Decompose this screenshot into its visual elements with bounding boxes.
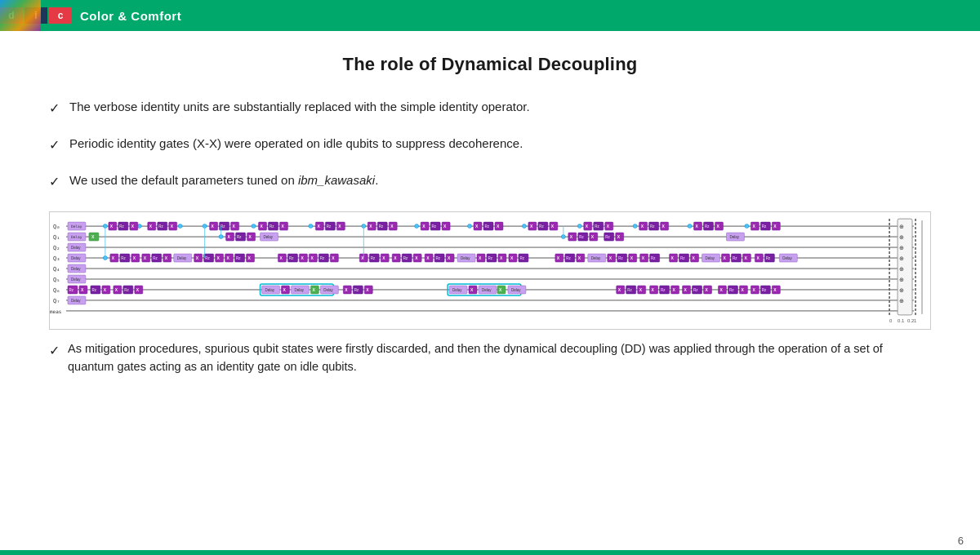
svg-text:Delay: Delay (706, 256, 715, 260)
svg-text:Rz: Rz (124, 288, 129, 292)
page-number: 6 (958, 535, 964, 547)
bullet-1: ✓ The verbose identity units are substan… (49, 98, 931, 118)
svg-text:Rz: Rz (627, 288, 632, 292)
bottom-checkmark: ✓ (49, 341, 60, 362)
circuit-diagram: Q₀ Q₁ Q₂ Q₃ Q₄ Q₅ Q₆ Q₇ meas (49, 211, 931, 330)
svg-text:Delay: Delay (177, 256, 187, 260)
svg-text:Rz: Rz (733, 256, 737, 260)
bullet-text-3: We used the default parameters tuned on … (69, 171, 378, 190)
svg-text:Rz: Rz (605, 235, 610, 239)
svg-text:Rz: Rz (289, 256, 294, 260)
svg-text:Delay: Delay (482, 288, 492, 292)
svg-point-28 (178, 224, 182, 229)
bullet-text-2: Periodic identity gates (X-X) were opera… (69, 135, 523, 153)
main-content: The role of Dynamical Decoupling ✓ The v… (0, 31, 980, 393)
bullet-3-before: We used the default parameters tuned on (69, 173, 298, 187)
svg-text:Rz: Rz (729, 288, 734, 292)
svg-text:Rz: Rz (651, 256, 656, 260)
bullet-3: ✓ We used the default parameters tuned o… (49, 171, 931, 192)
svg-point-90 (577, 224, 581, 229)
checkmark-3: ✓ (49, 172, 60, 192)
svg-text:Rz: Rz (403, 256, 408, 260)
svg-text:Delay: Delay (264, 235, 274, 239)
header-logo-left (0, 0, 41, 31)
svg-text:Rz: Rz (650, 224, 655, 229)
svg-point-69 (415, 224, 419, 229)
svg-text:Delay: Delay (511, 288, 521, 292)
svg-text:Rz: Rz (539, 224, 544, 229)
svg-text:Rz: Rz (595, 224, 599, 229)
svg-text:Rz: Rz (566, 256, 571, 260)
svg-text:Rz: Rz (327, 224, 332, 229)
svg-text:Rz: Rz (320, 256, 325, 260)
svg-text:Rz: Rz (485, 224, 490, 229)
svg-text:⊕: ⊕ (899, 287, 904, 293)
svg-text:Delay: Delay (71, 267, 81, 271)
svg-text:⊕: ⊕ (899, 266, 904, 272)
svg-text:Rz: Rz (661, 288, 666, 292)
svg-text:Rz: Rz (680, 256, 685, 260)
svg-text:Q₂: Q₂ (53, 245, 60, 251)
svg-text:Rz: Rz (519, 256, 524, 260)
slide-title: The role of Dynamical Decoupling (49, 54, 931, 75)
checkmark-1: ✓ (49, 99, 60, 118)
svg-text:Delay: Delay (323, 288, 333, 292)
dic-c-box: c (49, 7, 72, 24)
brand-text: Color & Comfort (80, 9, 181, 23)
svg-text:Delay: Delay (71, 235, 82, 239)
svg-text:⊕: ⊕ (899, 224, 904, 229)
svg-text:Rz: Rz (270, 224, 274, 229)
svg-text:Delay: Delay (71, 256, 81, 260)
svg-point-97 (633, 224, 637, 229)
svg-text:Delay: Delay (461, 256, 470, 260)
svg-text:Rz: Rz (237, 235, 242, 239)
svg-text:Rz: Rz (220, 224, 225, 229)
svg-text:Delay: Delay (591, 256, 601, 260)
svg-text:Q₆: Q₆ (53, 287, 60, 294)
svg-text:Rz: Rz (205, 256, 210, 260)
bullet-3-italic: ibm_kawasaki (298, 173, 375, 187)
svg-text:Rz: Rz (762, 224, 767, 229)
bottom-note-text: As mitigation procedures, spurious qubit… (68, 340, 931, 376)
svg-text:⊕: ⊕ (899, 277, 904, 282)
svg-text:Q₅: Q₅ (53, 277, 60, 283)
svg-point-55 (309, 224, 313, 229)
svg-text:Rz: Rz (91, 288, 96, 292)
svg-text:meas: meas (50, 309, 61, 314)
svg-text:0.1: 0.1 (898, 318, 905, 323)
svg-text:Rz: Rz (432, 224, 437, 229)
svg-text:Rz: Rz (379, 224, 384, 229)
svg-text:Q₄: Q₄ (53, 266, 60, 273)
checkmark-2: ✓ (49, 135, 60, 155)
svg-text:Rz: Rz (488, 256, 493, 260)
svg-text:Rz: Rz (354, 288, 359, 292)
svg-point-27 (137, 224, 141, 229)
svg-text:⊕: ⊕ (899, 255, 904, 261)
svg-text:Delay: Delay (71, 224, 82, 229)
svg-text:⊕: ⊕ (899, 245, 904, 251)
bottom-note: ✓ As mitigation procedures, spurious qub… (49, 340, 931, 376)
svg-text:Delay: Delay (294, 288, 304, 292)
svg-text:Rz: Rz (236, 256, 241, 260)
svg-text:Delay: Delay (71, 246, 81, 250)
svg-text:Q₇: Q₇ (53, 298, 60, 304)
svg-text:Delay: Delay (729, 235, 739, 239)
svg-text:⊕: ⊕ (899, 234, 904, 240)
svg-point-83 (522, 224, 526, 229)
svg-text:Q₀: Q₀ (53, 224, 60, 230)
svg-text:Rz: Rz (762, 288, 767, 292)
svg-text:Rz: Rz (436, 256, 441, 260)
bullet-2: ✓ Periodic identity gates (X-X) were ope… (49, 135, 931, 155)
svg-text:Rz: Rz (705, 224, 710, 229)
svg-text:Rz: Rz (153, 256, 158, 260)
svg-point-111 (745, 224, 749, 229)
bullets-section: ✓ The verbose identity units are substan… (49, 98, 931, 192)
svg-text:Q₁: Q₁ (53, 234, 60, 241)
svg-text:Delay: Delay (71, 299, 81, 303)
svg-text:Delay: Delay (265, 288, 275, 292)
svg-point-76 (468, 224, 472, 229)
svg-point-48 (252, 224, 256, 229)
svg-text:Q₃: Q₃ (53, 255, 60, 262)
svg-text:Rz: Rz (119, 224, 124, 229)
header: d i c Color & Comfort (0, 0, 980, 31)
